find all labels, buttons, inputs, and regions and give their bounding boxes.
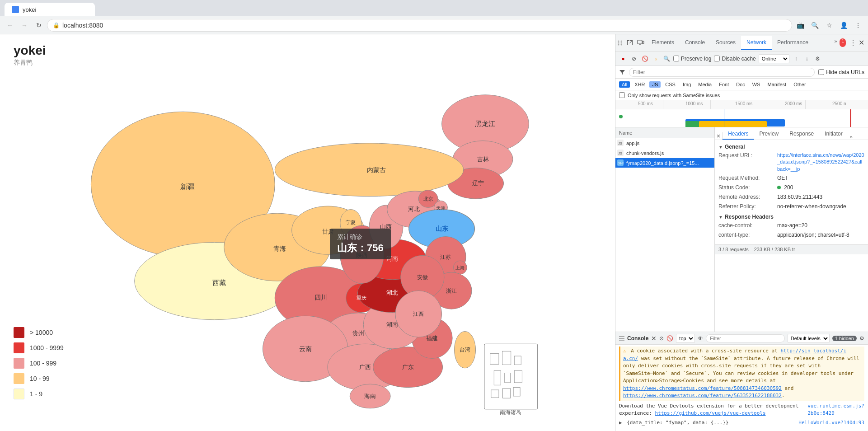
- profile-button[interactable]: 👤: [837, 19, 850, 32]
- detail-tab-initiator[interactable]: Initiator: [819, 129, 848, 140]
- stop-button[interactable]: ⊘: [630, 55, 638, 63]
- detail-tab-response[interactable]: Response: [784, 129, 819, 140]
- upload-icon[interactable]: ↑: [792, 55, 800, 63]
- forward-button[interactable]: →: [18, 19, 31, 32]
- samesite-checkbox[interactable]: [619, 92, 625, 98]
- console-filter-input[interactable]: [706, 334, 784, 342]
- more-button[interactable]: ⋮: [852, 19, 864, 32]
- disable-cache-checkbox[interactable]: [714, 56, 720, 61]
- address-bar[interactable]: 🔒 localhost:8080: [47, 19, 792, 32]
- tl-label-2000: 2000 ms: [785, 101, 802, 106]
- tl-green-bar: [685, 121, 699, 127]
- back-button[interactable]: ←: [4, 19, 16, 32]
- network-timeline: 500 ms 1000 ms 1500 ms 2000 ms 2500 n: [615, 100, 868, 127]
- vue-devtools-link[interactable]: https://github.com/vuejs/vue-devtools: [655, 410, 765, 416]
- console-clear-button[interactable]: 🚫: [666, 335, 673, 342]
- tab-network[interactable]: Network: [741, 36, 772, 50]
- cookie-link-3[interactable]: a.cn/: [623, 356, 638, 361]
- samesite-text: Only show requests with SameSite issues: [628, 93, 720, 98]
- bookmark-button[interactable]: ☆: [823, 19, 835, 32]
- filter-ws[interactable]: WS: [750, 81, 763, 88]
- remote-address-key: Remote Address:: [718, 193, 777, 201]
- clear-button[interactable]: 🚫: [641, 55, 649, 63]
- detail-more-tabs[interactable]: »: [848, 134, 854, 140]
- tl-label-1000: 1000 ms: [685, 101, 703, 106]
- request-item-fymap[interactable]: XHR fymap2020_data.d.jsonp?_=15...: [615, 158, 714, 168]
- console-level-select[interactable]: Default levels: [788, 334, 830, 343]
- filter-all[interactable]: All: [619, 81, 630, 88]
- svg-rect-71: [514, 370, 522, 383]
- console-eye-button[interactable]: 👁: [698, 335, 703, 342]
- devtools-device-icon[interactable]: [635, 39, 646, 47]
- console-settings-button[interactable]: ⚙: [859, 335, 864, 342]
- filter-font[interactable]: Font: [716, 81, 732, 88]
- preserve-log-label[interactable]: Preserve log: [673, 56, 711, 62]
- cookie-link-2[interactable]: localhost/i: [813, 348, 846, 354]
- legend-label-1: > 10000: [30, 329, 53, 336]
- preserve-log-checkbox[interactable]: [673, 56, 679, 61]
- hide-data-urls-checkbox[interactable]: [818, 69, 824, 75]
- console-drag-handle[interactable]: [619, 336, 624, 341]
- cookie-link-1[interactable]: http://sin: [780, 348, 810, 354]
- filter-doc[interactable]: Doc: [733, 81, 748, 88]
- detail-tab-headers[interactable]: Headers: [723, 129, 754, 140]
- helloworld-ref[interactable]: HelloWorld.vue?140d:93: [798, 419, 864, 427]
- close-devtools-icon[interactable]: ✕: [859, 38, 864, 47]
- filter-js[interactable]: JS: [649, 81, 661, 88]
- devtools-panel: Elements Console Sources Network Perform…: [615, 34, 868, 431]
- more-tabs-icon[interactable]: »: [834, 38, 837, 47]
- svg-point-79: [618, 44, 619, 45]
- svg-point-75: [618, 40, 619, 42]
- console-object-expandable[interactable]: ▶ {data_title: "fymap", data: {...}}: [619, 419, 728, 427]
- filter-icon: [619, 69, 625, 75]
- filter-xhr[interactable]: XHR: [632, 81, 647, 88]
- search-button[interactable]: 🔍: [662, 55, 671, 63]
- reload-button[interactable]: ↻: [33, 19, 45, 32]
- chromestatus-link-1[interactable]: https://www.chromestatus.com/feature/508…: [623, 385, 782, 391]
- cast-button[interactable]: 📺: [794, 19, 807, 32]
- detail-close-icon[interactable]: ×: [717, 132, 720, 140]
- detail-tab-headers-label: Headers: [728, 131, 748, 137]
- tab-performance[interactable]: Performance: [772, 36, 814, 50]
- detail-tab-preview[interactable]: Preview: [754, 129, 784, 140]
- tab-elements[interactable]: Elements: [646, 36, 680, 50]
- disable-cache-label[interactable]: Disable cache: [714, 56, 755, 62]
- filter-media[interactable]: Media: [695, 81, 714, 88]
- request-item-vendors[interactable]: JS chunk-vendors.js: [615, 148, 714, 158]
- filter-manifest[interactable]: Manifest: [765, 81, 789, 88]
- request-item-appjs[interactable]: JS app.js: [615, 138, 714, 148]
- console-close-icon[interactable]: ✕: [651, 335, 657, 342]
- svg-rect-74: [513, 388, 520, 396]
- network-settings-icon[interactable]: ⚙: [814, 55, 822, 63]
- throttle-select[interactable]: Online Fast 3G Slow 3G: [759, 54, 789, 63]
- tab-console[interactable]: Console: [680, 36, 710, 50]
- detail-pane: × Headers Preview Response: [715, 127, 868, 332]
- request-url-row: Request URL: https://interface.sina.cn/n…: [718, 152, 864, 173]
- filter-input[interactable]: [629, 68, 815, 77]
- legend-label-4: 10 - 99: [30, 375, 50, 382]
- devtools-inspect-icon[interactable]: [624, 39, 635, 47]
- filter-button[interactable]: ⬦: [652, 55, 660, 63]
- record-button[interactable]: ●: [619, 55, 627, 63]
- settings-icon[interactable]: ⋮: [849, 38, 857, 47]
- console-context-select[interactable]: top: [676, 334, 695, 343]
- download-icon[interactable]: ↓: [803, 55, 811, 63]
- legend-label-3: 100 - 999: [30, 360, 56, 367]
- hide-data-urls-label[interactable]: Hide data URLs: [818, 69, 864, 75]
- zoom-button[interactable]: 🔍: [808, 19, 821, 32]
- filter-css[interactable]: CSS: [662, 81, 678, 88]
- expand-icon: ▶: [619, 420, 622, 426]
- svg-rect-68: [514, 356, 521, 365]
- vue-runtime-ref[interactable]: vue.runtime.esm.js?2b0e:8429: [807, 403, 864, 419]
- main-area: yokei 养胃鸭: [0, 34, 868, 431]
- filter-other[interactable]: Other: [791, 81, 809, 88]
- devtools-drag-handle[interactable]: [615, 39, 624, 47]
- console-stop-button[interactable]: ⊘: [659, 335, 664, 342]
- cache-control-row: cache-control: max-age=20: [718, 222, 864, 230]
- legend-color-2: [14, 342, 24, 353]
- filter-img[interactable]: Img: [680, 81, 694, 88]
- browser-tab[interactable]: yokei: [5, 3, 95, 16]
- detail-close[interactable]: ×: [715, 132, 723, 140]
- tab-sources[interactable]: Sources: [710, 36, 741, 50]
- chromestatus-link-2[interactable]: https://www.chromestatus.com/feature/563…: [623, 393, 782, 398]
